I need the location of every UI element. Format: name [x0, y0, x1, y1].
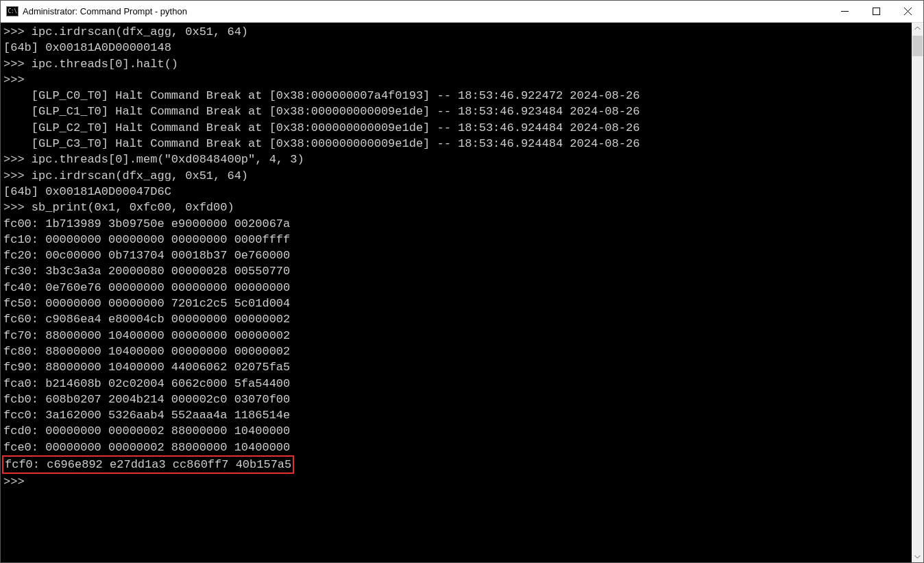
minimize-button[interactable] [829, 1, 860, 23]
terminal-line: fc10: 00000000 00000000 00000000 0000fff… [1, 232, 912, 248]
terminal-line: fcd0: 00000000 00000002 88000000 1040000… [1, 423, 912, 439]
vertical-scrollbar[interactable] [912, 23, 923, 562]
terminal-line: fc00: 1b713989 3b09750e e9000000 0020067… [1, 216, 912, 232]
terminal-line: fc80: 88000000 10400000 00000000 0000000… [1, 344, 912, 359]
terminal-line: fc70: 88000000 10400000 00000000 0000000… [1, 328, 912, 344]
terminal-line: >>> [1, 72, 912, 88]
terminal-line: [64b] 0x00181A0D00000148 [1, 40, 912, 56]
terminal-line: fc40: 0e760e76 00000000 00000000 0000000… [1, 280, 912, 296]
terminal-line: fc20: 00c00000 0b713704 00018b37 0e76000… [1, 248, 912, 263]
terminal-line: >>> ipc.irdrscan(dfx_agg, 0x51, 64) [1, 24, 912, 40]
terminal-prompt: >>> [1, 474, 912, 490]
close-button[interactable] [892, 1, 923, 23]
cmd-icon: C:\ [6, 6, 19, 16]
titlebar[interactable]: C:\ Administrator: Command Prompt - pyth… [1, 1, 923, 23]
terminal-line: fca0: b214608b 02c02004 6062c000 5fa5440… [1, 376, 912, 392]
terminal-line: fc50: 00000000 00000000 7201c2c5 5c01d00… [1, 296, 912, 311]
terminal-line: fc90: 88000000 10400000 44006062 02075fa… [1, 359, 912, 375]
terminal-line-highlighted: fcf0: c696e892 e27dd1a3 cc860ff7 40b157a… [1, 455, 912, 474]
window-title: Administrator: Command Prompt - python [23, 6, 829, 16]
terminal-line: [GLP_C0_T0] Halt Command Break at [0x38:… [1, 88, 912, 104]
terminal-line: >>> sb_print(0x1, 0xfc00, 0xfd00) [1, 200, 912, 215]
terminal-line: >>> ipc.threads[0].halt() [1, 56, 912, 72]
terminal-line: [64b] 0x00181A0D00047D6C [1, 184, 912, 200]
terminal-line: fcb0: 608b0207 2004b214 000002c0 03070f0… [1, 392, 912, 407]
terminal-output[interactable]: >>> ipc.irdrscan(dfx_agg, 0x51, 64)[64b]… [1, 23, 912, 562]
terminal-line: fce0: 00000000 00000002 88000000 1040000… [1, 440, 912, 455]
terminal-line: fcc0: 3a162000 5326aab4 552aaa4a 1186514… [1, 407, 912, 423]
window: C:\ Administrator: Command Prompt - pyth… [0, 0, 924, 563]
terminal-line: >>> ipc.irdrscan(dfx_agg, 0x51, 64) [1, 168, 912, 184]
maximize-button[interactable] [860, 1, 892, 23]
scrollbar-thumb[interactable] [912, 36, 923, 56]
terminal-line: [GLP_C3_T0] Halt Command Break at [0x38:… [1, 136, 912, 152]
scroll-up-arrow[interactable] [912, 23, 923, 34]
terminal-line: [GLP_C2_T0] Halt Command Break at [0x38:… [1, 120, 912, 136]
terminal-line: fc60: c9086ea4 e80004cb 00000000 0000000… [1, 311, 912, 327]
terminal-line: fc30: 3b3c3a3a 20000080 00000028 0055077… [1, 263, 912, 279]
client-area: >>> ipc.irdrscan(dfx_agg, 0x51, 64)[64b]… [1, 23, 923, 562]
terminal-line: >>> ipc.threads[0].mem("0xd0848400p", 4,… [1, 152, 912, 167]
terminal-line: [GLP_C1_T0] Halt Command Break at [0x38:… [1, 104, 912, 119]
svg-rect-1 [873, 8, 879, 15]
scroll-down-arrow[interactable] [912, 551, 923, 562]
